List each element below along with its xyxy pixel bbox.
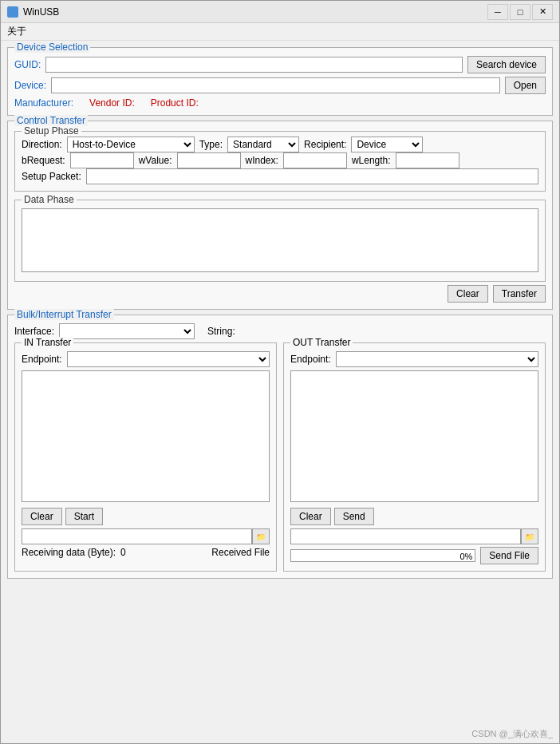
watermark-area: CSDN @_满心欢喜_ xyxy=(1,727,559,743)
manufacturer-label: Manufacturer: xyxy=(14,97,73,109)
type-label: Type: xyxy=(199,139,223,150)
app-icon xyxy=(7,6,18,18)
start-button[interactable]: Start xyxy=(65,508,103,525)
control-actions-row: Clear Transfer xyxy=(14,285,546,303)
control-clear-button[interactable]: Clear xyxy=(448,285,488,303)
receiving-label: Receiving data (Byte): xyxy=(22,547,116,558)
title-bar-left: WinUSB xyxy=(7,6,59,18)
out-transfer-group: OUT Transfer Endpoint: Clear Send 📁 xyxy=(283,342,546,572)
wlength-label: wLength: xyxy=(352,155,391,166)
wvalue-input[interactable] xyxy=(177,152,241,168)
windex-input[interactable] xyxy=(283,152,347,168)
bulk-transfer-title: Bulk/Interrupt Transfer xyxy=(14,309,114,320)
interface-label: Interface: xyxy=(14,326,54,337)
close-button[interactable]: ✕ xyxy=(532,4,553,20)
receiving-value: 0 xyxy=(120,547,126,558)
in-clear-button[interactable]: Clear xyxy=(22,508,62,525)
product-id-label: Product ID: xyxy=(151,97,199,109)
search-device-button[interactable]: Search device xyxy=(467,56,546,73)
device-label: Device: xyxy=(14,80,46,91)
transfer-button[interactable]: Transfer xyxy=(493,285,546,303)
in-endpoint-row: Endpoint: xyxy=(22,351,270,367)
recipient-label: Recipient: xyxy=(304,139,346,150)
direction-label: Direction: xyxy=(22,139,62,150)
out-status-row: 0% Send File xyxy=(290,547,538,564)
data-phase-title: Data Phase xyxy=(22,194,77,205)
in-transfer-group: IN Transfer Endpoint: Clear Start 📁 xyxy=(14,342,277,572)
setup-values-row: bRequest: wValue: wIndex: wLength: xyxy=(22,152,538,168)
out-file-input[interactable] xyxy=(290,528,521,544)
vendor-id-label: Vendor ID: xyxy=(89,97,135,109)
data-phase-textarea[interactable] xyxy=(22,208,538,272)
in-file-browse-button[interactable]: 📁 xyxy=(252,528,270,544)
setup-phase-group: Setup Phase Direction: Host-to-Device De… xyxy=(14,131,546,192)
device-input[interactable] xyxy=(51,77,500,93)
setup-packet-row: Setup Packet: xyxy=(22,168,538,184)
maximize-button[interactable]: □ xyxy=(510,4,530,20)
setup-packet-input[interactable] xyxy=(86,168,538,184)
in-actions-row: Clear Start xyxy=(22,508,270,525)
guid-row: GUID: Search device xyxy=(14,56,546,73)
out-endpoint-row: Endpoint: xyxy=(290,351,538,367)
setup-packet-label: Setup Packet: xyxy=(22,171,81,182)
progress-bar-container: 0% xyxy=(290,549,475,562)
bulk-transfer-group: Bulk/Interrupt Transfer Interface: Strin… xyxy=(7,315,553,579)
main-window: WinUSB ─ □ ✕ 关于 Device Selection GUID: S… xyxy=(0,0,560,744)
brequest-label: bRequest: xyxy=(22,155,65,166)
wvalue-label: wValue: xyxy=(139,155,172,166)
interface-row: Interface: String: xyxy=(14,323,546,339)
bulk-columns: IN Transfer Endpoint: Clear Start 📁 xyxy=(14,342,546,572)
in-transfer-textarea[interactable] xyxy=(22,370,270,502)
menu-about[interactable]: 关于 xyxy=(7,26,26,37)
recipient-select[interactable]: Device Interface Endpoint xyxy=(351,137,423,152)
out-endpoint-label: Endpoint: xyxy=(290,354,331,365)
control-transfer-title: Control Transfer xyxy=(14,115,88,126)
open-button[interactable]: Open xyxy=(505,77,546,94)
setup-phase-title: Setup Phase xyxy=(22,125,81,137)
device-selection-group: Device Selection GUID: Search device Dev… xyxy=(7,47,553,116)
title-bar: WinUSB ─ □ ✕ xyxy=(1,1,559,23)
direction-select[interactable]: Host-to-Device Device-to-Host xyxy=(67,137,195,152)
send-file-button[interactable]: Send File xyxy=(480,547,538,564)
out-file-row: 📁 xyxy=(290,528,538,544)
in-transfer-title: IN Transfer xyxy=(22,337,73,348)
received-file-label: Received File xyxy=(211,547,270,558)
in-endpoint-select[interactable] xyxy=(67,351,270,367)
out-actions-row: Clear Send xyxy=(290,508,538,525)
control-transfer-group: Control Transfer Setup Phase Direction: … xyxy=(7,121,553,310)
window-title: WinUSB xyxy=(23,6,59,18)
out-file-browse-button[interactable]: 📁 xyxy=(521,528,538,544)
in-file-row: 📁 xyxy=(22,528,270,544)
type-select[interactable]: Standard Class Vendor xyxy=(227,137,299,152)
guid-label: GUID: xyxy=(14,59,41,70)
menu-bar: 关于 xyxy=(1,23,559,41)
in-status-row: Receiving data (Byte): 0 Received File xyxy=(22,547,270,558)
device-row: Device: Open xyxy=(14,77,546,94)
string-label: String: xyxy=(207,326,235,337)
in-file-input[interactable] xyxy=(22,528,252,544)
direction-row: Direction: Host-to-Device Device-to-Host… xyxy=(22,137,538,152)
brequest-input[interactable] xyxy=(70,152,134,168)
out-endpoint-select[interactable] xyxy=(336,351,538,367)
device-info-row: Manufacturer: Vendor ID: Product ID: xyxy=(14,97,546,109)
send-button[interactable]: Send xyxy=(334,508,374,525)
interface-select[interactable] xyxy=(59,323,195,339)
content-area: Device Selection GUID: Search device Dev… xyxy=(1,41,559,727)
windex-label: wIndex: xyxy=(246,155,278,166)
wlength-input[interactable] xyxy=(396,152,459,168)
minimize-button[interactable]: ─ xyxy=(487,4,508,20)
out-transfer-title: OUT Transfer xyxy=(290,337,353,348)
data-phase-group: Data Phase xyxy=(14,200,546,282)
in-endpoint-label: Endpoint: xyxy=(22,354,62,365)
watermark-text: CSDN @_满心欢喜_ xyxy=(471,728,553,740)
device-selection-title: Device Selection xyxy=(14,42,90,53)
out-transfer-textarea[interactable] xyxy=(290,370,538,502)
guid-input[interactable] xyxy=(45,57,463,73)
title-controls: ─ □ ✕ xyxy=(487,4,553,20)
progress-percent: 0% xyxy=(459,550,472,563)
out-clear-button[interactable]: Clear xyxy=(290,508,331,525)
